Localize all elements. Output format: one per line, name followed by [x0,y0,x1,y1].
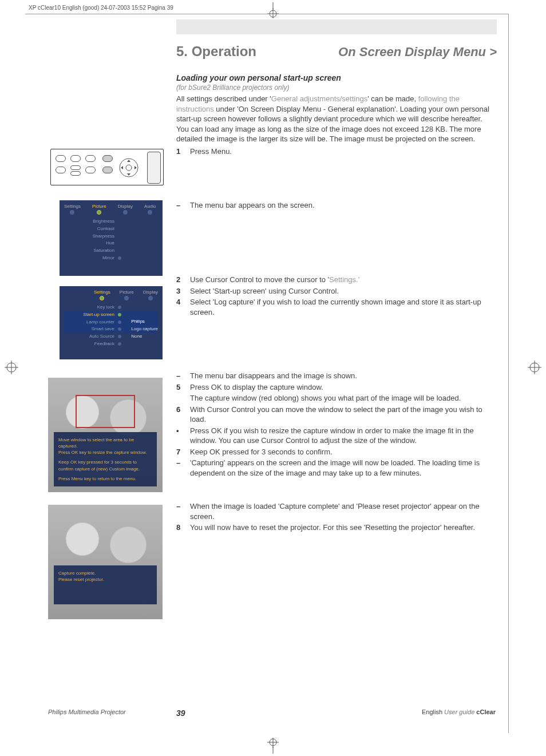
handheld-remote-icon [147,152,161,184]
footer-guide: English User guide cClear [422,708,496,715]
section-heading: Loading your own personal start-up scree… [176,73,341,82]
crop-mark-bottom [262,738,284,754]
osd-tab-picture-2: Picture [120,290,134,300]
figure-capture-complete: Capture complete. Please reset projector… [48,505,163,619]
chapter-subtitle: On Screen Display Menu > [338,45,497,60]
svg-point-15 [126,165,132,171]
steps-2-4: 2Use Cursor Control to move the cursor t… [176,275,494,318]
step-1: 1Press Menu. [176,147,494,158]
registration-left-icon [5,361,18,374]
crop-mark-top [262,2,284,18]
osd-tab-display: Display [118,204,133,215]
capture-rect-icon [76,395,135,428]
intro-paragraph: All settings described under 'General ad… [176,94,494,144]
figure-osd-picture-menu: Settings Picture Display Audio Brightnes… [60,200,163,276]
chapter-title: 5. Operation [176,43,256,60]
capture-complete-overlay: Capture complete. Please reset projector… [54,565,157,604]
osd-tab-settings: Settings [64,204,81,215]
print-slug: XP cClear10 English (good) 24-07-2003 15… [29,5,173,11]
figure-capture-window: Move window to select the area to be cap… [48,378,163,492]
trim-line-right [508,14,509,733]
steps-8: –When the image is loaded 'Capture compl… [176,501,494,534]
note-menu-appears: –The menu bar appears on the screen. [176,200,494,212]
steps-5-7: –The menu bar disappears and the image i… [176,371,494,479]
osd-tab-picture: Picture [92,204,106,215]
footer-product: Philips Multimedia Projector [48,708,126,715]
chapter-heading: 5. Operation On Screen Display Menu > [176,43,497,60]
figure-osd-settings-menu: Settings Picture Display Key lock Start-… [60,286,163,359]
page-number: 39 [176,708,185,718]
figure-remote-control [50,149,164,185]
registration-right-icon [528,361,541,374]
section-note: (for bSure2 Brilliance projectors only) [176,84,289,92]
header-bar [176,19,497,34]
osd-tab-settings-2: Settings [94,290,110,300]
osd-tab-audio: Audio [144,204,156,215]
dpad-icon [118,157,139,178]
page-footer: Philips Multimedia Projector English Use… [48,708,496,715]
osd-tab-display-2: Display [143,290,158,300]
osd-submenu: Philips Logo capture None [131,318,158,340]
trim-line-top [25,14,509,14]
capture-instructions-overlay: Move window to select the area to be cap… [54,432,157,486]
